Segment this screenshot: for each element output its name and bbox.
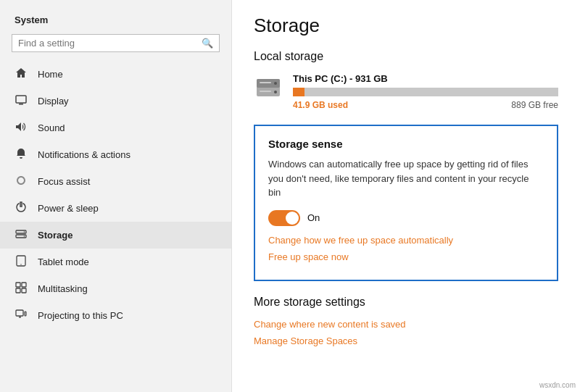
toggle-label: On xyxy=(307,212,320,223)
drive-info: This PC (C:) - 931 GB 41.9 GB used 889 G… xyxy=(293,73,558,110)
svg-point-7 xyxy=(20,264,21,264)
sidebar-item-home-label: Home xyxy=(38,69,63,80)
sidebar-item-multitasking[interactable]: Multitasking xyxy=(0,275,231,302)
display-icon xyxy=(14,94,28,108)
sidebar-item-sound-label: Sound xyxy=(38,122,65,133)
drive-icon xyxy=(254,73,283,102)
svg-point-5 xyxy=(24,235,25,237)
svg-point-17 xyxy=(274,82,277,85)
local-storage-title: Local storage xyxy=(254,50,558,63)
home-icon xyxy=(14,67,28,81)
toggle-row: On xyxy=(268,210,544,226)
sidebar-item-display[interactable]: Display xyxy=(0,88,231,114)
app-container: System 🔍 Home Display xyxy=(0,0,580,392)
sidebar-item-projecting-label: Projecting to this PC xyxy=(38,310,123,321)
sidebar-item-power[interactable]: Power & sleep xyxy=(0,195,231,222)
svg-rect-8 xyxy=(16,283,20,287)
sidebar-item-multitasking-label: Multitasking xyxy=(38,283,88,294)
svg-rect-20 xyxy=(260,91,271,92)
svg-rect-13 xyxy=(19,317,21,318)
used-label: 41.9 GB used xyxy=(293,100,348,110)
power-icon xyxy=(14,201,28,215)
svg-point-4 xyxy=(24,231,25,233)
system-label: System xyxy=(0,7,231,31)
sidebar-item-display-label: Display xyxy=(38,96,69,107)
drive-name: This PC (C:) - 931 GB xyxy=(293,73,558,84)
storage-sense-desc: Windows can automatically free up space … xyxy=(268,157,544,200)
notifications-icon xyxy=(14,148,28,162)
free-label: 889 GB free xyxy=(511,100,558,110)
svg-rect-19 xyxy=(260,82,271,83)
storage-sense-toggle[interactable] xyxy=(268,210,300,226)
more-settings-title: More storage settings xyxy=(254,296,558,309)
sidebar-item-projecting[interactable]: Projecting to this PC xyxy=(0,302,231,329)
sidebar: System 🔍 Home Display xyxy=(0,0,232,392)
search-icon: 🔍 xyxy=(202,38,213,49)
sidebar-item-focus[interactable]: Focus assist xyxy=(0,168,231,195)
tablet-icon xyxy=(14,255,28,269)
projecting-icon xyxy=(14,309,28,322)
sound-icon xyxy=(14,121,28,135)
svg-rect-10 xyxy=(16,288,20,293)
sidebar-item-sound[interactable]: Sound xyxy=(0,114,231,141)
focus-icon xyxy=(14,175,28,188)
drive-item: This PC (C:) - 931 GB 41.9 GB used 889 G… xyxy=(254,73,558,110)
change-free-up-link[interactable]: Change how we free up space automaticall… xyxy=(268,235,544,246)
storage-bar-labels: 41.9 GB used 889 GB free xyxy=(293,100,558,110)
storage-bar-used xyxy=(293,88,304,96)
sidebar-item-storage-label: Storage xyxy=(38,230,72,241)
svg-rect-11 xyxy=(22,288,26,293)
sidebar-item-tablet[interactable]: Tablet mode xyxy=(0,249,231,275)
search-box[interactable]: 🔍 xyxy=(12,34,220,52)
sidebar-item-notifications[interactable]: Notifications & actions xyxy=(0,141,231,168)
sidebar-item-focus-label: Focus assist xyxy=(38,176,90,187)
svg-rect-12 xyxy=(16,310,23,316)
storage-icon xyxy=(14,228,28,242)
sidebar-item-power-label: Power & sleep xyxy=(38,203,99,214)
svg-rect-1 xyxy=(19,104,23,105)
watermark: wsxdn.com xyxy=(539,381,576,389)
page-title: Storage xyxy=(254,14,558,37)
svg-rect-14 xyxy=(25,312,26,316)
multitasking-icon xyxy=(14,282,28,296)
main-content: Storage Local storage This PC (C:) - 931… xyxy=(232,0,580,392)
sidebar-item-tablet-label: Tablet mode xyxy=(38,257,89,267)
sidebar-item-home[interactable]: Home xyxy=(0,61,231,88)
sidebar-item-storage[interactable]: Storage xyxy=(0,222,231,249)
svg-point-18 xyxy=(274,91,277,93)
storage-sense-box: Storage sense Windows can automatically … xyxy=(254,125,558,281)
storage-sense-title: Storage sense xyxy=(268,138,544,150)
sidebar-item-notifications-label: Notifications & actions xyxy=(38,149,130,160)
free-up-now-link[interactable]: Free up space now xyxy=(268,251,544,262)
search-input[interactable] xyxy=(18,38,202,49)
svg-rect-9 xyxy=(22,283,26,287)
change-content-link[interactable]: Change where new content is saved xyxy=(254,319,558,330)
manage-storage-link[interactable]: Manage Storage Spaces xyxy=(254,335,558,346)
svg-rect-0 xyxy=(16,96,26,103)
storage-bar xyxy=(293,88,558,96)
